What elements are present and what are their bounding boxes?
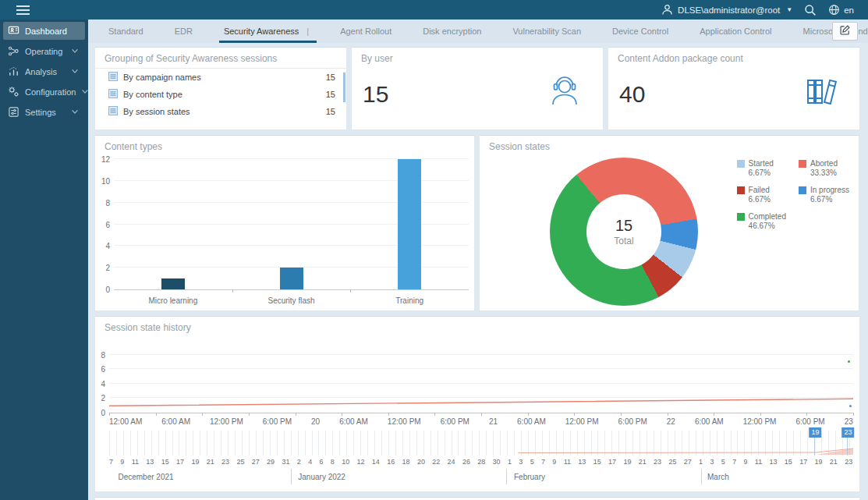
sidebar-nav: DashboardOperatingAnalysisConfigurationS… [0, 22, 88, 121]
tab-label: Vulnerability Scan [512, 27, 581, 36]
y-axis-tick-label: 4 [105, 242, 110, 250]
tab-label: Application Control [700, 27, 771, 36]
bar-category-label: Security flash [232, 296, 351, 305]
range-navigator[interactable]: 1923 [109, 431, 853, 456]
x-axis-tick [232, 289, 233, 293]
scrollbar[interactable] [343, 73, 345, 102]
bar-micro-learning[interactable] [161, 278, 185, 289]
globe-icon [828, 4, 840, 16]
tab-edr[interactable]: EDR [159, 20, 208, 43]
legend-item-started[interactable]: Started6.67% [737, 159, 786, 178]
navigator-day-label: 3 [710, 458, 714, 466]
card-session-states: Session states 15 Total Started6.67%Abor… [479, 135, 859, 311]
topbar: DLSE\administrator@root ▼ en [0, 0, 868, 20]
navigator-day-label: 27 [252, 458, 260, 466]
sidebar-item-analysis[interactable]: Analysis [3, 62, 85, 80]
language-selector[interactable]: en [828, 4, 854, 16]
donut-total-value: 15 [615, 217, 632, 235]
tab-vulnerability-scan[interactable]: Vulnerability Scan [497, 20, 597, 43]
month-separator [506, 469, 507, 484]
navigator-handle-23[interactable]: 23 [841, 427, 854, 438]
chevron-down-icon [71, 108, 80, 117]
navigator-day-label: 3 [519, 458, 523, 466]
operating-icon [8, 45, 19, 57]
legend-text: Completed46.67% [749, 212, 786, 231]
navigator-day-label: 7 [109, 458, 113, 466]
legend-swatch [799, 186, 806, 194]
dashboard-tabbar: StandardEDRSecurity Awareness|Agent Roll… [88, 20, 868, 43]
donut-chart[interactable]: 15 Total [550, 158, 698, 306]
x-axis-tick-label: 6:00 AM [339, 417, 368, 426]
legend-item-aborted[interactable]: Aborted33.33% [799, 159, 849, 178]
navigator-day-label: 15 [161, 458, 169, 466]
navigator-handle-19[interactable]: 19 [809, 427, 821, 438]
sidebar-item-settings[interactable]: Settings [3, 103, 85, 121]
edit-dashboard-button[interactable] [832, 22, 858, 41]
tab-security-awareness[interactable]: Security Awareness| [208, 20, 324, 43]
search-icon[interactable] [804, 4, 817, 16]
legend-item-completed[interactable]: Completed46.67% [737, 212, 786, 231]
tab-label: EDR [175, 27, 193, 36]
legend-text: In progress6.67% [810, 186, 849, 204]
legend-item-failed[interactable]: Failed6.67% [737, 186, 786, 204]
content-addon-count: 40 [619, 81, 645, 108]
bar-security-flash[interactable] [280, 268, 303, 289]
month-label-february: February [514, 473, 545, 481]
navigator-day-label: 11 [564, 458, 571, 466]
by-user-count: 15 [363, 81, 388, 108]
legend-item-in-progress[interactable]: In progress6.67% [799, 186, 849, 204]
chevron-down-icon: ▼ [786, 6, 792, 13]
list-icon [108, 89, 118, 100]
navigator-day-label: 14 [372, 458, 380, 466]
grouping-row-by-content-type[interactable]: By content type15 [95, 86, 346, 103]
y-axis-tick-label: 0 [101, 409, 105, 417]
x-axis-tick [668, 413, 668, 416]
user-menu[interactable]: DLSE\administrator@root ▼ [661, 4, 792, 16]
navigator-day-label: 7 [732, 458, 736, 466]
navigator-day-label: 11 [132, 458, 139, 466]
navigator-day-label: 27 [684, 458, 692, 466]
navigator-day-label: 1 [508, 458, 512, 466]
card-grouping-sessions: Grouping of Security Awareness sessions … [94, 47, 347, 130]
chart-title: Session states [480, 136, 859, 156]
sidebar-item-configuration[interactable]: Configuration [3, 83, 85, 101]
legend-swatch [737, 160, 745, 168]
navigator-day-label: 6 [319, 458, 323, 466]
sidebar-item-operating[interactable]: Operating [3, 42, 85, 60]
bar-chart-categories: Micro learningSecurity flashTraining [114, 296, 469, 305]
legend-swatch [799, 160, 806, 168]
x-axis-tick [434, 413, 435, 416]
x-axis-tick [202, 413, 203, 416]
tab-application-control[interactable]: Application Control [684, 20, 787, 43]
x-axis-tick [806, 413, 807, 416]
dashboard-icon [8, 25, 19, 37]
content-area: StandardEDRSecurity Awareness|Agent Roll… [88, 20, 868, 500]
month-separator [291, 469, 292, 484]
grouping-row-by-campaign-names[interactable]: By campaign names15 [95, 69, 346, 86]
tab-disk-encryption[interactable]: Disk encryption [407, 20, 497, 43]
hamburger-menu-icon[interactable] [16, 3, 30, 17]
list-icon [108, 72, 118, 83]
navigator-day-label: 2 [297, 458, 301, 466]
y-axis-tick-label: 10 [101, 176, 110, 185]
legend-text: Failed6.67% [749, 186, 771, 204]
sidebar-item-dashboard[interactable]: Dashboard [3, 22, 85, 40]
tab-label: Standard [108, 27, 143, 36]
x-axis-tick-label: 6:00 PM [263, 417, 292, 426]
navigator-day-label: 21 [207, 458, 214, 466]
y-axis-tick-label: 2 [105, 264, 110, 272]
tab-agent-rollout[interactable]: Agent Rollout [324, 20, 407, 43]
tab-standard[interactable]: Standard [93, 20, 159, 43]
configuration-icon [8, 86, 19, 98]
tab-device-control[interactable]: Device Control [597, 20, 684, 43]
navigator-day-label: 10 [342, 458, 349, 466]
navigator-day-label: 15 [593, 458, 601, 466]
navigator-day-label: 18 [402, 458, 410, 466]
chart-title: Content types [95, 136, 474, 156]
legend-swatch [737, 186, 745, 194]
grouping-row-by-session-states[interactable]: By session states15 [95, 103, 346, 120]
sidebar-item-label: Configuration [25, 87, 76, 97]
bar-training[interactable] [398, 159, 421, 289]
x-axis-tick [574, 413, 575, 416]
navigator-day-label: 5 [721, 458, 725, 466]
